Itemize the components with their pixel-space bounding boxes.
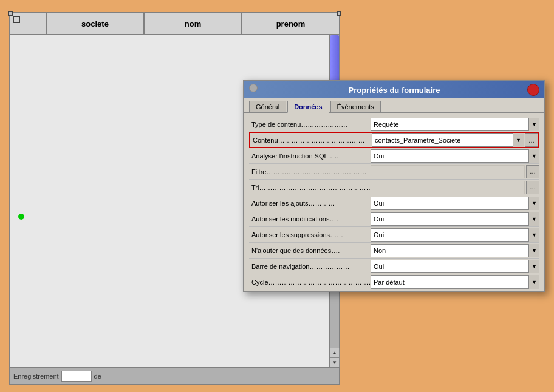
tab-donnees[interactable]: Données <box>287 101 329 113</box>
dialog-title: Propriétés du formulaire <box>349 86 440 95</box>
prop-select-wrap-suppressions: Oui Non ▼ <box>371 228 539 242</box>
prop-label-analyser: Analyser l'instruction SQL…… <box>249 152 371 160</box>
prop-row-suppressions: Autoriser les suppressions…… Oui Non ▼ <box>249 227 539 243</box>
prop-select-wrap-contenu: contacts_Parametre_Societe ▼ … <box>372 133 538 147</box>
green-dot <box>18 214 24 220</box>
scroll-thumb[interactable] <box>330 35 339 84</box>
prop-select-najouter[interactable]: Non Oui <box>371 244 539 257</box>
properties-dialog: Propriétés du formulaire Général Données… <box>243 80 545 292</box>
prop-row-navigation: Barre de navigation……………… Oui Non ▼ <box>249 259 539 274</box>
prop-row-type-contenu: Type de contenu………………… Requête Table Req… <box>249 117 539 132</box>
nav-bar: Enregistrement de <box>10 367 339 384</box>
prop-row-modifications: Autoriser les modifications…. Oui Non ▼ <box>249 211 539 227</box>
tab-general[interactable]: Général <box>249 101 286 112</box>
prop-select-ajouts[interactable]: Oui Non <box>371 197 539 210</box>
scroll-down-arrow[interactable]: ▼ <box>330 357 340 367</box>
prop-select-cycle[interactable]: Par défaut Enregistrement courant Page c… <box>371 275 539 289</box>
prop-select-suppressions[interactable]: Oui Non <box>371 228 539 242</box>
prop-row-ajouts: Autoriser les ajouts………… Oui Non ▼ <box>249 195 539 211</box>
prop-label-navigation: Barre de navigation……………… <box>249 263 371 270</box>
prop-label-modifications: Autoriser les modifications…. <box>249 215 371 223</box>
prop-row-contenu: Contenu………………………………… contacts_Parametre_… <box>249 132 539 148</box>
prop-select-contenu[interactable]: contacts_Parametre_Societe <box>372 133 524 147</box>
tri-input[interactable] <box>371 181 525 194</box>
prop-select-wrap-ajouts: Oui Non ▼ <box>371 197 539 210</box>
de-label: de <box>94 373 101 380</box>
prop-select-wrap-analyser: Oui Non ▼ <box>371 149 539 163</box>
prop-label-najouter: N'ajouter que des données…. <box>249 247 371 254</box>
prop-select-wrap-modifications: Oui Non ▼ <box>371 212 539 226</box>
col-handle <box>10 13 47 34</box>
dialog-content: Type de contenu………………… Requête Table Req… <box>244 113 544 294</box>
enregistrement-label: Enregistrement <box>13 373 59 380</box>
prop-label-ajouts: Autoriser les ajouts………… <box>249 200 371 207</box>
col-prenom: prenom <box>242 13 339 34</box>
filtre-browse-button[interactable]: … <box>526 165 539 178</box>
prop-select-wrap-type-contenu: Requête Table Requête SQL ▼ <box>371 118 539 131</box>
nav-record-input[interactable] <box>61 371 92 382</box>
table-header: societe nom prenom <box>10 13 339 35</box>
prop-row-filtre: Filtre……………………………………… … <box>249 164 539 180</box>
dialog-close-button[interactable] <box>527 84 539 96</box>
prop-row-najouter: N'ajouter que des données…. Non Oui ▼ <box>249 243 539 259</box>
prop-select-type-contenu[interactable]: Requête Table Requête SQL <box>371 118 539 131</box>
col-societe: societe <box>47 13 145 34</box>
prop-label-contenu: Contenu………………………………… <box>250 137 372 144</box>
contenu-browse-button[interactable]: … <box>525 133 538 147</box>
scroll-up-arrow[interactable]: ▲ <box>330 348 340 357</box>
prop-label-filtre: Filtre……………………………………… <box>249 168 371 175</box>
dialog-minimize-button[interactable] <box>249 84 258 92</box>
prop-select-wrap-navigation: Oui Non ▼ <box>371 260 539 273</box>
filtre-input[interactable] <box>371 165 525 178</box>
corner-handle-tr[interactable] <box>337 11 341 16</box>
dialog-tabs: Général Données Événements <box>244 98 544 113</box>
prop-row-tri: Tri…………………………………………… … <box>249 180 539 195</box>
prop-label-tri: Tri…………………………………………… <box>249 184 371 191</box>
dialog-titlebar: Propriétés du formulaire <box>244 81 544 98</box>
prop-select-modifications[interactable]: Oui Non <box>371 212 539 226</box>
prop-select-wrap-najouter: Non Oui ▼ <box>371 244 539 257</box>
tri-browse-button[interactable]: … <box>526 181 539 194</box>
tab-evenements[interactable]: Événements <box>330 101 381 112</box>
prop-label-suppressions: Autoriser les suppressions…… <box>249 231 371 238</box>
col-nom: nom <box>145 13 242 34</box>
prop-select-analyser[interactable]: Oui Non <box>371 149 539 163</box>
prop-row-cycle: Cycle…………………………………………… Par défaut Enregi… <box>249 274 539 290</box>
scroll-arrows: ▲ ▼ <box>329 348 339 367</box>
prop-select-wrap-cycle: Par défaut Enregistrement courant Page c… <box>371 275 539 289</box>
prop-label-type-contenu: Type de contenu………………… <box>249 121 371 128</box>
prop-label-cycle: Cycle…………………………………………… <box>249 279 371 286</box>
prop-select-navigation[interactable]: Oui Non <box>371 260 539 273</box>
prop-row-analyser: Analyser l'instruction SQL…… Oui Non ▼ <box>249 148 539 164</box>
